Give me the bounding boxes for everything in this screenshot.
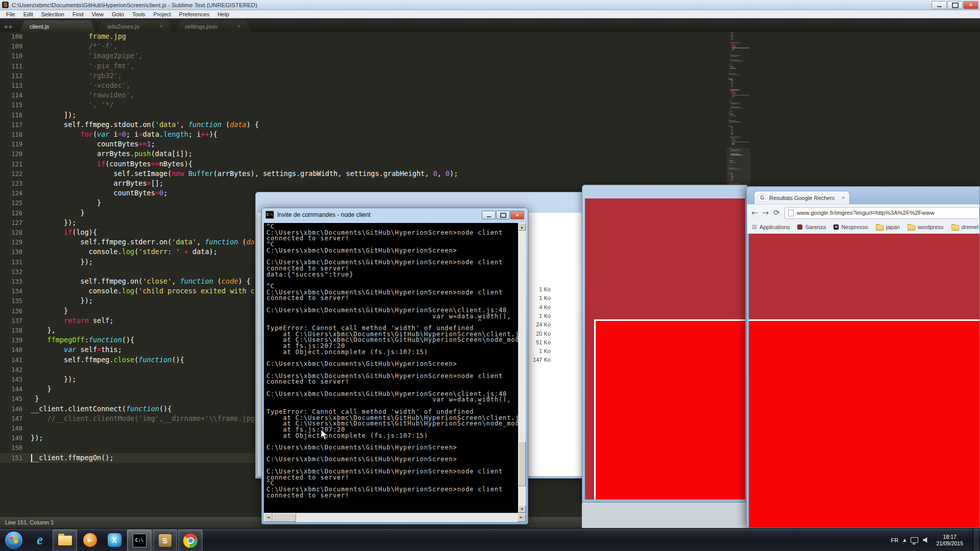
menu-file[interactable]: File bbox=[2, 11, 19, 17]
menu-tools[interactable]: Tools bbox=[128, 11, 150, 17]
display-tray-icon[interactable] bbox=[911, 537, 918, 543]
code-line-138[interactable]: 138 }, bbox=[0, 325, 56, 335]
taskbar-item-windows-explorer[interactable] bbox=[53, 530, 77, 551]
code-line-110[interactable]: 110 'image2pipe', bbox=[0, 51, 142, 61]
code-line-125[interactable]: 125 } bbox=[0, 198, 101, 208]
tab-close-icon[interactable]: ✕ bbox=[237, 24, 241, 29]
code-line-123[interactable]: 123 arrBytes=[]; bbox=[0, 179, 163, 188]
code-line-139[interactable]: 139 ffmpegOff:function(){ bbox=[0, 335, 134, 345]
maximize-button[interactable] bbox=[947, 1, 963, 9]
clock[interactable]: 18:17 21/09/2015 bbox=[933, 534, 966, 546]
bookmark-sarenza[interactable]: Sarenza bbox=[797, 224, 826, 230]
image-viewer-window[interactable] bbox=[582, 185, 748, 503]
code-line-144[interactable]: 144 } bbox=[0, 384, 52, 394]
code-line-111[interactable]: 111 '-pix_fmt', bbox=[0, 61, 134, 71]
bookmark-wordpress[interactable]: wordpress bbox=[908, 224, 944, 231]
taskbar-item-media-player[interactable]: ▶ bbox=[78, 530, 102, 550]
taskbar-item-sublime-text[interactable]: S bbox=[153, 530, 177, 551]
taskbar-item-chrome[interactable] bbox=[178, 530, 203, 551]
menu-goto[interactable]: Goto bbox=[108, 11, 128, 17]
cmd-maximize-button[interactable] bbox=[496, 211, 510, 219]
back-icon[interactable]: ← bbox=[751, 208, 758, 217]
tab-close-icon[interactable]: ✕ bbox=[159, 24, 163, 29]
volume-icon[interactable] bbox=[923, 537, 928, 543]
close-button[interactable]: ✕ bbox=[963, 1, 978, 9]
horizontal-scrollbar[interactable]: ◄ ► bbox=[264, 513, 526, 522]
scroll-up-icon[interactable]: ▲ bbox=[518, 223, 526, 231]
code-line-137[interactable]: 137 return self; bbox=[0, 316, 114, 325]
code-line-120[interactable]: 120 arrBytes.push(data[i]); bbox=[0, 149, 192, 159]
code-line-141[interactable]: 141 self.ffmpeg.close(function(){ bbox=[0, 355, 184, 365]
code-line-129[interactable]: 129 self.ffmpeg.stderr.on('data', functi… bbox=[0, 237, 276, 247]
code-line-133[interactable]: 133 self.ffmpeg.on('close', function (co… bbox=[0, 277, 251, 286]
editor-tab-settings.json[interactable]: settings.json✕ bbox=[175, 20, 251, 33]
code-line-145[interactable]: 145 } bbox=[0, 394, 39, 404]
forward-icon[interactable]: → bbox=[763, 208, 769, 217]
code-line-115[interactable]: 115 ', '*/ bbox=[0, 100, 114, 110]
horizontal-scroll-thumb[interactable] bbox=[273, 513, 296, 522]
code-line-122[interactable]: 122 self.setImage(new Buffer(arrBytes), … bbox=[0, 169, 458, 179]
code-line-146[interactable]: 146__client.clientConnect(function(){ bbox=[0, 404, 172, 414]
browser-viewport[interactable] bbox=[749, 234, 979, 528]
code-line-119[interactable]: 119 countBytes+=1; bbox=[0, 139, 155, 149]
code-line-150[interactable]: 150 bbox=[0, 443, 31, 453]
address-bar[interactable]: www.google.fr/imgres?imgurl=http%3A%2F%2… bbox=[785, 207, 979, 219]
editor-tab-adaZones.js[interactable]: adaZones.js✕ bbox=[97, 20, 174, 33]
menu-help[interactable]: Help bbox=[213, 11, 233, 17]
code-line-149[interactable]: 149}); bbox=[0, 433, 43, 443]
taskbar-item-command-prompt[interactable]: C:\ bbox=[127, 530, 152, 551]
scroll-right-icon[interactable]: ► bbox=[517, 513, 526, 522]
cmd-title-bar[interactable]: C:\ Invite de commandes - node client ✕ bbox=[262, 208, 528, 221]
code-line-117[interactable]: 117 self.ffmpeg.stdout.on('data', functi… bbox=[0, 120, 259, 130]
vertical-scrollbar[interactable]: ▲ ▼ bbox=[518, 223, 526, 513]
code-line-114[interactable]: 114 'rawvideo', bbox=[0, 90, 134, 100]
code-line-130[interactable]: 130 console.log('stderr: ' + data); bbox=[0, 247, 217, 257]
start-button[interactable] bbox=[5, 531, 23, 549]
code-line-131[interactable]: 131 }); bbox=[0, 257, 93, 267]
code-line-113[interactable]: 113 '-vcodec', bbox=[0, 81, 130, 90]
code-line-108[interactable]: 108 frame.jpg bbox=[0, 32, 126, 41]
code-line-135[interactable]: 135 }); bbox=[0, 296, 93, 306]
code-line-136[interactable]: 136 } bbox=[0, 306, 68, 316]
cmd-close-button[interactable]: ✕ bbox=[510, 211, 524, 219]
browser-tab[interactable]: G Resultats Google Recherc ✕ bbox=[754, 191, 850, 204]
code-line-140[interactable]: 140 var self=this; bbox=[0, 345, 122, 355]
code-line-126[interactable]: 126 } bbox=[0, 208, 85, 218]
bookmark-applications[interactable]: ⊞Applications bbox=[752, 223, 790, 231]
tab-scroll-arrows-icon[interactable]: ◀▶ bbox=[4, 24, 15, 29]
code-line-142[interactable]: 142 bbox=[0, 365, 31, 374]
editor-tab-client.js[interactable]: client.js bbox=[19, 20, 96, 33]
console-output[interactable]: ^C C:\Users\xbmc\Documents\GitHub\Hyperi… bbox=[264, 223, 526, 513]
code-line-116[interactable]: 116 ]); bbox=[0, 110, 76, 120]
red-image-preview[interactable] bbox=[749, 319, 979, 528]
bookmark-japan[interactable]: japan bbox=[876, 224, 900, 231]
bookmark-nespresso[interactable]: NNespresso bbox=[834, 224, 868, 230]
taskbar-item-xbmc[interactable]: X bbox=[103, 530, 126, 550]
code-line-109[interactable]: 109 /*'-f', bbox=[0, 41, 118, 51]
code-line-148[interactable]: 148 bbox=[0, 423, 31, 433]
code-line-143[interactable]: 143 }); bbox=[0, 374, 76, 384]
page-icon[interactable] bbox=[788, 210, 794, 216]
bookmark-dremel[interactable]: dremel bbox=[951, 224, 979, 231]
code-line-121[interactable]: 121 if(countBytes==nBytes){ bbox=[0, 159, 192, 169]
code-line-147[interactable]: 147 //__client.clientMode('img',__dirnam… bbox=[0, 414, 267, 423]
code-line-128[interactable]: 128 if(log){ bbox=[0, 228, 97, 237]
minimize-button[interactable] bbox=[932, 1, 947, 9]
code-line-118[interactable]: 118 for(var i=0; i<data.length; i++){ bbox=[0, 130, 217, 139]
code-line-112[interactable]: 112 'rgb32', bbox=[0, 71, 122, 81]
menu-preferences[interactable]: Preferences bbox=[175, 11, 213, 17]
taskbar-item-internet-explorer[interactable]: e bbox=[28, 530, 52, 550]
menu-selection[interactable]: Selection bbox=[37, 11, 68, 17]
hidden-icons-icon[interactable]: ▲ bbox=[903, 538, 906, 542]
reload-icon[interactable]: ⟳ bbox=[773, 208, 780, 217]
menu-project[interactable]: Project bbox=[150, 11, 175, 17]
scroll-left-icon[interactable]: ◄ bbox=[264, 513, 273, 522]
vertical-scroll-thumb[interactable] bbox=[518, 441, 526, 486]
tab-close-icon[interactable]: ✕ bbox=[841, 195, 845, 201]
code-line-132[interactable]: 132 bbox=[0, 267, 31, 277]
menu-view[interactable]: View bbox=[87, 11, 108, 17]
scroll-down-icon[interactable]: ▼ bbox=[518, 505, 526, 513]
sublime-title-bar[interactable]: S C:\Users\xbmc\Documents\GitHub\Hyperio… bbox=[0, 0, 980, 10]
cmd-minimize-button[interactable] bbox=[482, 211, 496, 219]
show-desktop-button[interactable] bbox=[973, 529, 979, 551]
